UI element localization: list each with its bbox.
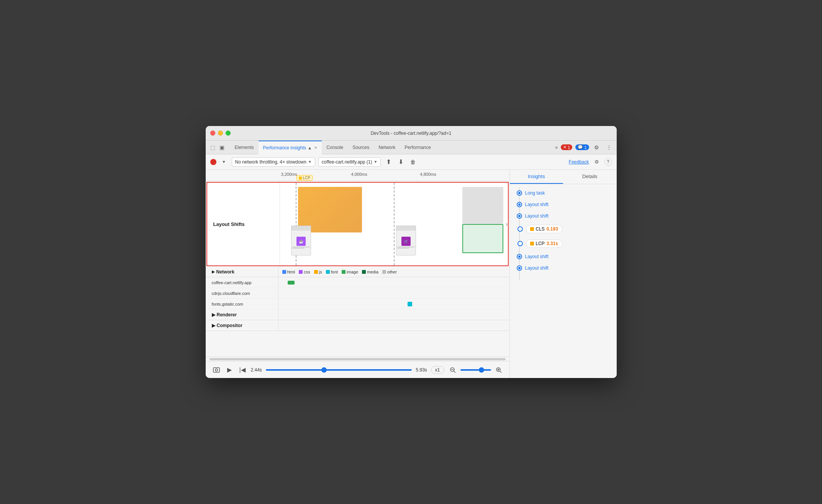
cursor-icon[interactable]: ⬚ — [209, 143, 217, 152]
traffic-lights — [210, 131, 231, 136]
tab-sources[interactable]: Sources — [348, 141, 374, 154]
renderer-row: ▶ Renderer — [206, 309, 509, 320]
tab-network[interactable]: Network — [374, 141, 400, 154]
insight-dot-2 — [517, 203, 521, 206]
network-item-content-1 — [278, 277, 509, 288]
horizontal-scrollbar[interactable] — [206, 357, 509, 361]
maximize-button[interactable] — [226, 131, 231, 136]
layout-shift-link-3[interactable]: Layout shift — [525, 254, 549, 259]
legend-html: html — [282, 270, 295, 274]
slider-track-filled — [266, 369, 412, 371]
zoom-slider[interactable] — [460, 369, 491, 371]
upload-icon[interactable]: ⬆ — [384, 157, 393, 167]
minimize-button[interactable] — [218, 131, 223, 136]
long-task-link[interactable]: Long task — [525, 190, 545, 196]
html-dot — [282, 270, 286, 274]
compositor-row: ▶ Compositor — [206, 320, 509, 331]
time-end-label: 5.93s — [416, 367, 427, 373]
network-throttle-dropdown[interactable]: No network throttling, 4× slowdown ▼ — [232, 157, 315, 167]
insight-layout-shift-4: Layout shift — [510, 262, 617, 274]
network-item-3: fonts.gstatic.com — [206, 299, 509, 309]
legend-js: js — [314, 270, 322, 274]
settings-icon-2[interactable]: ⚙ — [592, 157, 601, 167]
network-item-label-1: coffee-cart.netlify.app — [206, 277, 278, 288]
chevron-down-icon-2: ▼ — [373, 160, 377, 164]
more-options-icon[interactable]: ⋮ — [604, 143, 614, 152]
cls-dot — [530, 227, 534, 231]
legend-other: other — [382, 270, 397, 274]
svg-point-1 — [215, 369, 218, 371]
zoom-out-icon[interactable] — [448, 365, 457, 375]
devtools-window: DevTools - coffee-cart.netlify.app/?ad=1… — [206, 126, 617, 378]
speed-badge[interactable]: x1 — [431, 366, 444, 374]
legend-media: media — [362, 270, 378, 274]
cls-value: 0.193 — [547, 226, 558, 232]
network-item-label-3: fonts.gstatic.com — [206, 299, 278, 309]
renderer-expand-icon[interactable]: ▶ — [212, 312, 215, 317]
close-button[interactable] — [210, 131, 215, 136]
left-panel: 3,200ms 4,000ms 4,800ms LCP Layout Shift… — [206, 170, 509, 378]
tab-close-icon[interactable]: ✕ — [314, 146, 317, 150]
time-marker-2: 4,000ms — [351, 172, 367, 177]
tab-details[interactable]: Details — [563, 170, 617, 184]
screenshot-icon[interactable] — [212, 365, 221, 375]
legend-font: font — [326, 270, 338, 274]
layout-shifts-label: Layout Shifts — [207, 183, 280, 265]
skip-to-start-icon[interactable]: |◀ — [238, 365, 247, 375]
toolbar-right: Feedback ⚙ ? — [569, 157, 612, 167]
svg-line-6 — [500, 371, 501, 373]
play-icon[interactable]: ▶ — [225, 365, 234, 375]
network-item-content-2 — [278, 288, 509, 298]
network-item-1: coffee-cart.netlify.app — [206, 277, 509, 288]
tab-performance[interactable]: Performance — [400, 141, 436, 154]
more-tabs-button[interactable]: » — [555, 144, 558, 150]
download-icon[interactable]: ⬇ — [396, 157, 405, 167]
zoom-thumb[interactable] — [479, 367, 484, 373]
slider-thumb[interactable] — [321, 367, 327, 373]
thumb-top-1 — [291, 226, 311, 231]
thumbnail-1[interactable]: ☕ — [291, 226, 311, 255]
settings-icon[interactable]: ⚙ — [592, 143, 601, 152]
scrollbar-track — [210, 358, 506, 360]
legend-css: css — [299, 270, 310, 274]
inspect-icon[interactable]: ▣ — [218, 143, 226, 152]
insight-layout-shift-3: Layout shift — [510, 251, 617, 262]
layout-shift-link-4[interactable]: Layout shift — [525, 265, 549, 271]
network-item-label-2: cdnjs.cloudflare.com — [206, 288, 278, 298]
insights-list: Long task Layout shift Layout shift — [510, 187, 617, 280]
layout-shift-link-2[interactable]: Layout shift — [525, 213, 549, 219]
image-dot — [342, 270, 346, 274]
tab-bar-right: » ✕ 1 💬 1 ⚙ ⋮ — [555, 143, 613, 152]
thumb-content-2: 🛒 — [396, 231, 416, 255]
timeline-header: 3,200ms 4,000ms 4,800ms LCP — [206, 170, 509, 181]
dropdown-arrow-icon[interactable]: ▼ — [219, 157, 229, 167]
page-select-dropdown[interactable]: coffee-cart.netlify.app (1) ▼ — [318, 157, 381, 167]
delete-icon[interactable]: 🗑 — [408, 157, 418, 167]
playback-slider[interactable] — [266, 369, 412, 371]
thumb-top-2 — [396, 226, 416, 231]
insight-long-task: Long task — [510, 187, 617, 199]
network-legend: html css js font — [278, 267, 401, 277]
layout-shift-green-block — [462, 224, 503, 253]
thumbnail-2[interactable]: 🛒 — [396, 226, 416, 255]
network-header-row: ▶ Network html css — [206, 267, 509, 277]
other-dot — [382, 270, 386, 274]
timeline-area[interactable]: Layout Shifts — [206, 181, 509, 357]
insight-dot-3 — [517, 214, 521, 218]
right-arrow: › — [506, 221, 508, 227]
tab-console[interactable]: Console — [322, 141, 348, 154]
zoom-in-icon[interactable] — [494, 365, 503, 375]
network-label: ▶ Network — [206, 267, 278, 277]
tab-insights[interactable]: Insights — [510, 170, 563, 184]
help-icon[interactable]: ? — [604, 158, 612, 166]
insight-cls: CLS 0.193 — [510, 222, 617, 236]
toolbar: ▼ No network throttling, 4× slowdown ▼ c… — [206, 154, 617, 170]
tab-performance-insights[interactable]: Performance insights ▲ ✕ — [259, 141, 322, 154]
network-expand-icon[interactable]: ▶ — [212, 270, 215, 274]
compositor-expand-icon[interactable]: ▶ — [212, 323, 215, 328]
feedback-link[interactable]: Feedback — [569, 159, 589, 165]
layout-shift-link-1[interactable]: Layout shift — [525, 202, 549, 207]
tab-elements[interactable]: Elements — [230, 141, 259, 154]
insight-circle-lcp — [517, 241, 523, 246]
record-button[interactable] — [210, 159, 216, 165]
